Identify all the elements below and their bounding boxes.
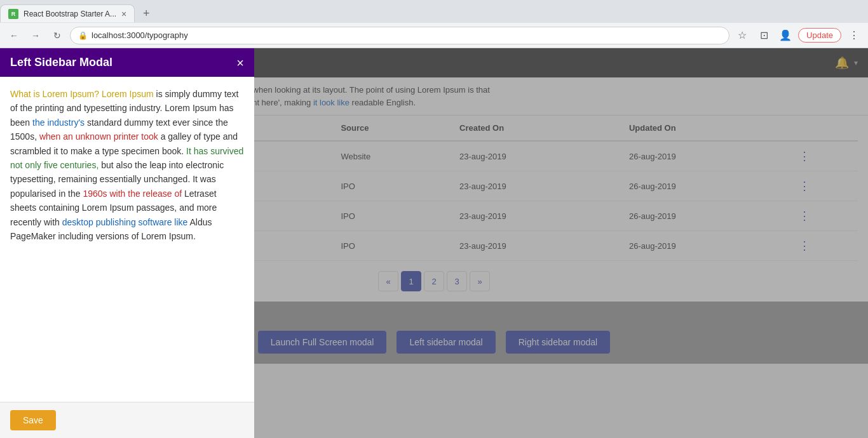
modal-body-text: What is Lorem Ipsum? Lorem Ipsum is simp… [10, 87, 244, 243]
save-button[interactable]: Save [10, 410, 56, 430]
modal-text-highlight-blue-2: desktop publishing software like [62, 217, 188, 227]
star-icon[interactable]: ☆ [733, 27, 751, 44]
tab-favicon: R [8, 9, 18, 19]
cast-icon[interactable]: ⊡ [755, 27, 773, 44]
modal-title: Left Sidebar Modal [10, 56, 112, 69]
browser-chrome: R React Bootstrap Starter A... × + ← → ↻… [0, 0, 868, 48]
browser-tab[interactable]: R React Bootstrap Starter A... × [0, 4, 135, 22]
tab-bar: R React Bootstrap Starter A... × + [0, 0, 868, 23]
update-button[interactable]: Update [798, 28, 841, 43]
profile-icon[interactable]: 👤 [776, 27, 794, 44]
new-tab-button[interactable]: + [137, 4, 155, 22]
modal-text-highlight-yellow-1: What is Lorem Ipsum? Lorem Ipsum [10, 89, 154, 99]
back-button[interactable]: ← [5, 27, 23, 44]
modal-text-highlight-red-2: 1960s with the release of [83, 189, 182, 199]
app-container: 🔔 ▾ t that a reader will be distracted b… [0, 48, 868, 438]
forward-button[interactable]: → [27, 27, 44, 44]
modal-close-button[interactable]: × [236, 56, 244, 69]
modal-text-highlight-blue-1: the industry's [32, 117, 85, 128]
left-sidebar-modal: Left Sidebar Modal × What is Lorem Ipsum… [0, 48, 254, 438]
tab-close-button[interactable]: × [121, 9, 126, 19]
modal-body: What is Lorem Ipsum? Lorem Ipsum is simp… [0, 77, 254, 402]
address-bar[interactable]: 🔒 localhost:3000/typography [70, 27, 729, 44]
tab-title: React Bootstrap Starter A... [24, 10, 116, 18]
modal-header: Left Sidebar Modal × [0, 48, 254, 77]
address-text: localhost:3000/typography [92, 30, 188, 40]
modal-footer: Save [0, 402, 254, 438]
browser-toolbar: ← → ↻ 🔒 localhost:3000/typography ☆ ⊡ 👤 … [0, 23, 868, 48]
browser-menu-button[interactable]: ⋮ [845, 27, 863, 44]
toolbar-icons: ☆ ⊡ 👤 Update ⋮ [733, 27, 863, 44]
modal-text-highlight-red-1: when an unknown printer took [39, 131, 158, 142]
reload-button[interactable]: ↻ [48, 27, 66, 44]
lock-icon: 🔒 [78, 31, 88, 40]
